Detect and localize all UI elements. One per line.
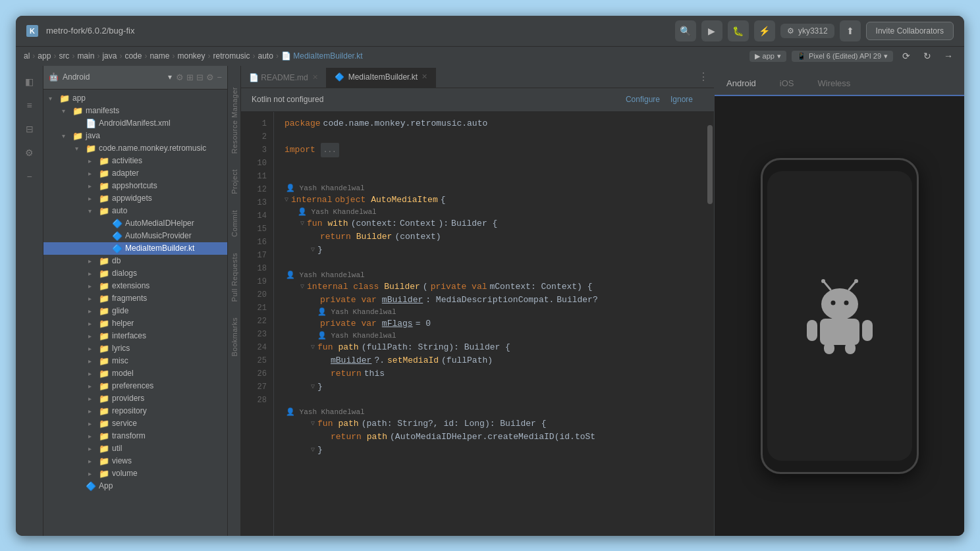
tree-item-mediaitembuilder[interactable]: ▸ 🔷 MediaItemBuilder.kt <box>43 242 227 255</box>
tree-item-automusicprovider[interactable]: ▸ 🔷 AutoMusicProvider <box>43 230 227 242</box>
panel-icon-cog[interactable]: ⚙ <box>176 72 184 82</box>
expand-btn[interactable]: → <box>940 48 956 64</box>
tab-readme-close[interactable]: ✕ <box>312 73 318 82</box>
left-icon-1[interactable]: ◧ <box>19 71 40 92</box>
vertical-scrollbar[interactable] <box>706 112 714 536</box>
invite-collaborators-btn[interactable]: Invite Collaborators <box>866 22 954 40</box>
tree-label: interfaces <box>112 331 146 340</box>
tree-item-service[interactable]: ▸ 📁 service <box>43 417 227 430</box>
tree-item-fragments[interactable]: ▸ 📁 fragments <box>43 292 227 305</box>
run2-btn[interactable]: ↻ <box>919 48 935 64</box>
fold-arrow-17[interactable]: ▽ <box>300 280 304 294</box>
tree-item-package[interactable]: ▾ 📁 code.name.monkey.retromusic <box>43 142 227 155</box>
device-config-select[interactable]: 📱 Pixel 6 (Edited) API 29 ▾ <box>792 51 893 62</box>
code-content[interactable]: package code.name.monkey.retromusic.auto… <box>274 112 706 536</box>
pull-requests-label[interactable]: Pull Requests <box>228 245 241 309</box>
tab-ios[interactable]: iOS <box>768 72 806 96</box>
tree-item-preferences[interactable]: ▸ 📁 preferences <box>43 380 227 392</box>
breadcrumb-main[interactable]: main <box>77 51 94 61</box>
breadcrumb-retromusic[interactable]: retromusic <box>213 51 250 61</box>
fold-arrow-12[interactable]: ▽ <box>285 194 288 207</box>
ln-16: 16 <box>241 236 273 249</box>
panel-chevron[interactable]: ▾ <box>168 72 172 82</box>
profile-btn[interactable]: ⚡ <box>754 20 775 41</box>
tree-item-glide[interactable]: ▸ 📁 glide <box>43 305 227 317</box>
tree-item-app-kt[interactable]: ▸ 🔷 App <box>43 480 227 492</box>
breadcrumb-al[interactable]: al <box>24 51 30 61</box>
tab-readme[interactable]: 📄 README.md ✕ <box>241 68 327 88</box>
ln-14: 14 <box>241 209 273 223</box>
tree-item-extensions[interactable]: ▸ 📁 extensions <box>43 280 227 292</box>
breadcrumb-name[interactable]: name <box>150 51 169 61</box>
left-icon-3[interactable]: ⊟ <box>19 118 40 140</box>
fold-arrow-23[interactable]: ▽ <box>311 380 315 394</box>
tree-item-volume[interactable]: ▸ 📁 volume <box>43 467 227 480</box>
tree-item-model[interactable]: ▸ 📁 model <box>43 367 227 380</box>
tree-item-views[interactable]: ▸ 📁 views <box>43 455 227 467</box>
breadcrumb-app[interactable]: app <box>38 51 51 61</box>
debug-btn[interactable]: 🐛 <box>728 20 749 41</box>
tree-item-automediaidhelper[interactable]: ▸ 🔷 AutoMediaIDHelper <box>43 217 227 230</box>
breadcrumb-file[interactable]: 📄 MediaItemBuilder.kt <box>281 51 363 61</box>
arrow-icon: ▸ <box>88 332 96 340</box>
panel-icon-settings[interactable]: ⚙ <box>206 72 214 82</box>
left-icon-5[interactable]: − <box>19 166 40 187</box>
left-icon-2[interactable]: ≡ <box>19 95 40 116</box>
tree-item-appshortcuts[interactable]: ▸ 📁 appshortcuts <box>43 180 227 192</box>
run-btn[interactable]: ▶ <box>701 20 722 41</box>
code-line-24 <box>285 394 706 407</box>
fold-arrow-27[interactable]: ▽ <box>311 444 315 457</box>
tab-android[interactable]: Android <box>715 72 768 96</box>
tree-item-appwidgets[interactable]: ▸ 📁 appwidgets <box>43 192 227 205</box>
tab-wireless[interactable]: Wireless <box>805 72 862 96</box>
breadcrumb-src[interactable]: src <box>59 51 69 61</box>
tree-item-repository[interactable]: ▸ 📁 repository <box>43 405 227 417</box>
sync-btn[interactable]: ⟳ <box>898 48 914 64</box>
tree-item-db[interactable]: ▸ 📁 db <box>43 255 227 267</box>
panel-icon-collapse[interactable]: ⊟ <box>196 72 204 82</box>
scrollbar-thumb[interactable] <box>707 125 713 204</box>
search-everywhere-btn[interactable]: 🔍 <box>675 20 696 41</box>
tab-mediaitembuilder-close[interactable]: ✕ <box>422 72 427 81</box>
tree-item-app[interactable]: ▾ 📁 app <box>43 92 227 105</box>
github-btn[interactable]: ⚙ yky3312 <box>780 24 834 38</box>
fold-arrow-25[interactable]: ▽ <box>311 417 315 431</box>
run-config-select[interactable]: ▶ app ▾ <box>749 51 786 62</box>
fold-arrow-13[interactable]: ▽ <box>300 217 304 230</box>
tree-item-java[interactable]: ▾ 📁 java <box>43 130 227 142</box>
breadcrumb-auto[interactable]: auto <box>258 51 273 61</box>
left-icon-4[interactable]: ⚙ <box>19 142 40 163</box>
tree-item-lyrics[interactable]: ▸ 📁 lyrics <box>43 342 227 355</box>
resource-manager-label[interactable]: Resource Manager <box>228 79 241 162</box>
tree-item-misc[interactable]: ▸ 📁 misc <box>43 355 227 367</box>
tree-item-manifests[interactable]: ▾ 📁 manifests <box>43 105 227 117</box>
project-label[interactable]: Project <box>228 161 241 202</box>
breadcrumb-java[interactable]: java <box>102 51 117 61</box>
configure-link[interactable]: Configure <box>626 95 660 104</box>
device-preview <box>715 96 964 536</box>
commit-label[interactable]: Commit <box>228 202 241 245</box>
svg-point-6 <box>854 279 858 283</box>
tree-item-dialogs[interactable]: ▸ 📁 dialogs <box>43 267 227 280</box>
breadcrumb-monkey[interactable]: monkey <box>177 51 205 61</box>
tree-item-auto[interactable]: ▾ 📁 auto <box>43 205 227 217</box>
panel-icon-close[interactable]: − <box>217 72 222 82</box>
ignore-link[interactable]: Ignore <box>670 95 693 104</box>
tree-item-activities[interactable]: ▸ 📁 activities <box>43 155 227 167</box>
breadcrumb-code[interactable]: code <box>124 51 142 61</box>
tree-item-helper[interactable]: ▸ 📁 helper <box>43 317 227 330</box>
tree-item-util[interactable]: ▸ 📁 util <box>43 442 227 455</box>
tree-item-adapter[interactable]: ▸ 📁 adapter <box>43 167 227 180</box>
bookmarks-label[interactable]: Bookmarks <box>228 309 241 365</box>
panel-icon-expand[interactable]: ⊞ <box>186 72 194 82</box>
tabs-overflow-menu[interactable]: ⋮ <box>693 70 714 83</box>
tree-label: service <box>112 419 137 428</box>
vcs-btn[interactable]: ⬆ <box>840 20 861 41</box>
fold-arrow-15[interactable]: ▽ <box>311 244 315 257</box>
tab-mediaitembuilder[interactable]: 🔷 MediaItemBuilder.kt ✕ <box>327 68 436 88</box>
tree-item-transform[interactable]: ▸ 📁 transform <box>43 430 227 442</box>
fold-arrow-20[interactable]: ▽ <box>311 341 315 354</box>
tree-item-androidmanifest[interactable]: ▸ 📄 AndroidManifest.xml <box>43 117 227 130</box>
tree-item-providers[interactable]: ▸ 📁 providers <box>43 392 227 405</box>
tree-item-interfaces[interactable]: ▸ 📁 interfaces <box>43 330 227 342</box>
